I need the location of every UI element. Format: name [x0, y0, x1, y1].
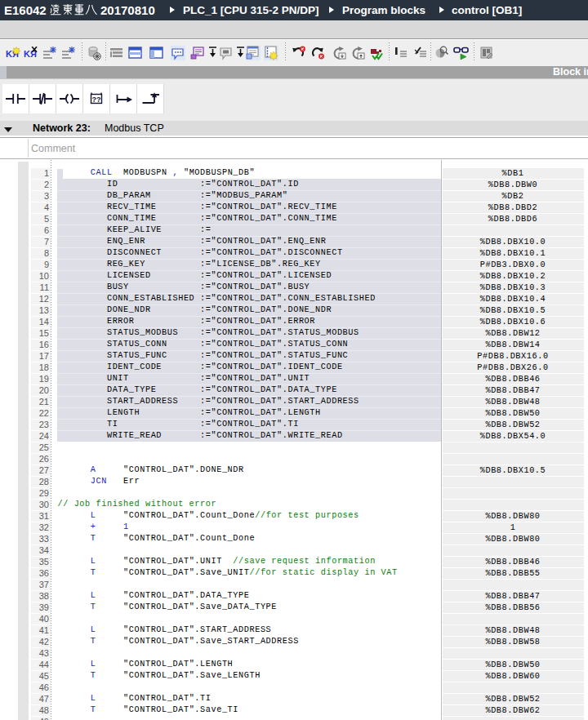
svg-text:??: ??: [92, 96, 101, 104]
